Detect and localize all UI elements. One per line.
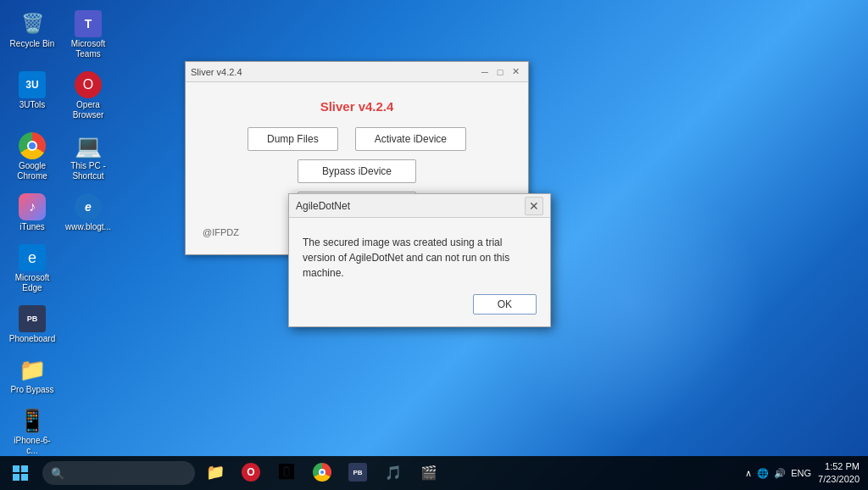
tray-language[interactable]: ENG	[791, 468, 811, 478]
clock-date: 7/23/2020	[818, 473, 860, 486]
system-tray: ∧ 🌐 🔊 ENG	[745, 468, 811, 479]
taskbar-file-explorer[interactable]: 📁	[198, 456, 232, 490]
clock[interactable]: 1:52 PM 7/23/2020	[818, 460, 860, 487]
start-button[interactable]	[0, 456, 41, 490]
dialog-buttons: OK	[303, 294, 537, 315]
dialog-overlay: AgileDotNet ✕ The secured image was crea…	[0, 0, 868, 490]
taskbar: 🔍 📁 O 🅾 PB 🎵 🎬	[0, 456, 868, 490]
dialog-close-button[interactable]: ✕	[525, 197, 543, 215]
desktop: 🗑️ Recycle Bin T Microsoft Teams 3U 3UTo…	[0, 0, 868, 490]
dialog-body: The secured image was created using a tr…	[289, 218, 550, 326]
taskbar-app-6[interactable]: 🎵	[376, 456, 410, 490]
taskbar-apps: 📁 O 🅾 PB 🎵 🎬	[198, 456, 446, 490]
app6-icon: 🎵	[385, 465, 402, 481]
taskbar-office[interactable]: 🅾	[270, 456, 303, 490]
app7-icon: 🎬	[420, 465, 437, 481]
tray-volume-icon: 🔊	[774, 468, 786, 479]
taskbar-app-7[interactable]: 🎬	[412, 456, 446, 490]
dialog-message: The secured image was created using a tr…	[303, 235, 537, 281]
taskbar-right: ∧ 🌐 🔊 ENG 1:52 PM 7/23/2020	[745, 460, 868, 487]
taskbar-chrome[interactable]	[305, 456, 339, 490]
tray-chevron[interactable]: ∧	[745, 468, 752, 479]
taskbar-pb[interactable]: PB	[341, 456, 375, 490]
clock-time: 1:52 PM	[818, 460, 860, 473]
search-icon: 🔍	[51, 467, 64, 480]
dialog-ok-button[interactable]: OK	[473, 294, 537, 315]
taskbar-search[interactable]: 🔍	[42, 461, 195, 485]
taskbar-opera-icon: O	[242, 463, 260, 482]
tray-network-icon: 🌐	[757, 468, 769, 479]
windows-icon	[13, 465, 28, 481]
office-icon: 🅾	[279, 464, 294, 482]
dialog-titlebar[interactable]: AgileDotNet ✕	[289, 194, 550, 218]
agiledotnet-dialog: AgileDotNet ✕ The secured image was crea…	[288, 193, 551, 327]
dialog-title: AgileDotNet	[296, 200, 525, 212]
taskbar-pb-icon: PB	[348, 463, 367, 482]
taskbar-chrome-icon	[313, 463, 331, 482]
taskbar-opera[interactable]: O	[234, 456, 268, 490]
folder-icon: 📁	[206, 463, 225, 482]
